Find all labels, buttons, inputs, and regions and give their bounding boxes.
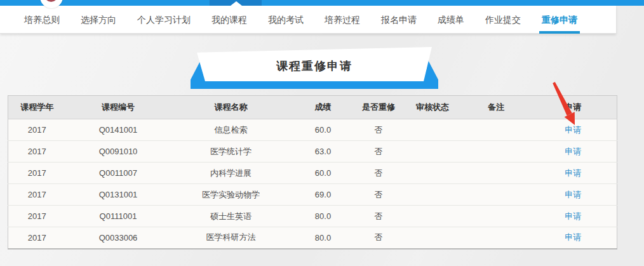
apply-link[interactable]: 申请 — [565, 211, 581, 221]
status-cell — [403, 163, 463, 184]
nav-tab-3[interactable]: 我的课程 — [211, 6, 247, 34]
retake-cell: 否 — [355, 184, 403, 206]
banner-ribbon-front: 课程重修申请 — [197, 47, 432, 81]
nav-tab-1[interactable]: 选择方向 — [81, 6, 116, 34]
apply-link[interactable]: 申请 — [565, 168, 581, 178]
year-cell: 2017 — [8, 163, 66, 184]
remark-cell — [463, 119, 530, 141]
year-cell: 2017 — [8, 141, 66, 163]
status-cell — [403, 227, 463, 249]
code-cell: Q0141001 — [66, 119, 171, 141]
status-cell — [403, 141, 463, 163]
name-cell: 医学实验动物学 — [171, 184, 292, 206]
remark-cell — [463, 227, 530, 249]
score-cell: 60.0 — [292, 163, 355, 184]
apply-link[interactable]: 申请 — [565, 190, 581, 199]
apply-cell: 申请 — [530, 227, 617, 249]
name-cell: 医学科研方法 — [171, 227, 292, 249]
col-header-7: 申请 — [530, 96, 617, 119]
table-row: 2017Q0111001硕士生英语80.0否申请 — [8, 206, 617, 227]
retake-cell: 否 — [355, 163, 403, 184]
table-row: 2017Q0011007内科学进展60.0否申请 — [8, 163, 617, 184]
nav-tab-6[interactable]: 报名申请 — [381, 6, 417, 34]
col-header-1: 课程编号 — [66, 96, 171, 119]
remark-cell — [463, 206, 530, 227]
retake-cell: 否 — [355, 206, 403, 227]
code-cell: Q0111001 — [66, 206, 171, 227]
apply-link[interactable]: 申请 — [565, 147, 581, 156]
apply-link[interactable]: 申请 — [565, 125, 581, 135]
col-header-0: 课程学年 — [8, 96, 66, 119]
nav-tab-7[interactable]: 成绩单 — [438, 6, 464, 34]
apply-cell: 申请 — [530, 206, 617, 227]
nav-tab-list: 培养总则选择方向个人学习计划我的课程我的考试培养过程报名申请成绩单作业提交重修申… — [0, 6, 616, 34]
col-header-6: 备注 — [463, 96, 530, 119]
retake-cell: 否 — [355, 141, 403, 163]
col-header-5: 审核状态 — [403, 96, 463, 119]
code-cell: Q0091010 — [66, 141, 171, 163]
table-row: 2017Q0141001信息检索60.0否申请 — [8, 119, 617, 141]
table-row: 2017Q0033006医学科研方法80.0否申请 — [8, 227, 617, 249]
status-cell — [403, 184, 463, 206]
apply-cell: 申请 — [530, 119, 617, 141]
table-row: 2017Q0131001医学实验动物学69.0否申请 — [8, 184, 617, 206]
apply-link[interactable]: 申请 — [565, 232, 581, 242]
nav-bar: 培养总则选择方向个人学习计划我的课程我的考试培养过程报名申请成绩单作业提交重修申… — [0, 6, 616, 34]
status-cell — [403, 119, 463, 141]
name-cell: 信息检索 — [171, 119, 292, 141]
caret-up-icon — [231, 1, 242, 6]
page-title-banner: 课程重修申请 — [191, 47, 438, 89]
apply-cell: 申请 — [530, 184, 617, 206]
logo-emblem-icon — [44, 0, 58, 2]
score-cell: 60.0 — [292, 119, 355, 141]
score-cell: 80.0 — [292, 206, 355, 227]
nav-tab-2[interactable]: 个人学习计划 — [137, 6, 191, 34]
year-cell: 2017 — [8, 119, 66, 141]
page-title: 课程重修申请 — [276, 55, 352, 74]
nav-tab-5[interactable]: 培养过程 — [325, 6, 360, 34]
name-cell: 内科学进展 — [171, 163, 292, 184]
col-header-3: 成绩 — [292, 96, 355, 119]
nav-tab-0[interactable]: 培养总则 — [24, 6, 60, 34]
table-row: 2017Q0091010医学统计学63.0否申请 — [8, 141, 617, 163]
nav-tab-4[interactable]: 我的考试 — [268, 6, 304, 34]
code-cell: Q0033006 — [66, 227, 171, 249]
top-blue-bar — [0, 0, 644, 6]
retake-course-table: 课程学年课程编号课程名称成绩是否重修审核状态备注申请 2017Q0141001信… — [8, 95, 617, 249]
year-cell: 2017 — [8, 206, 66, 227]
status-cell — [403, 206, 463, 227]
remark-cell — [463, 141, 530, 163]
score-cell: 80.0 — [292, 227, 355, 249]
remark-cell — [463, 184, 530, 206]
col-header-4: 是否重修 — [355, 96, 403, 119]
score-cell: 63.0 — [292, 141, 355, 163]
score-cell: 69.0 — [292, 184, 355, 206]
name-cell: 医学统计学 — [171, 141, 292, 163]
remark-cell — [463, 163, 530, 184]
name-cell: 硕士生英语 — [171, 206, 292, 227]
nav-tab-8[interactable]: 作业提交 — [485, 6, 521, 34]
code-cell: Q0131001 — [66, 184, 171, 206]
col-header-2: 课程名称 — [171, 96, 292, 119]
code-cell: Q0011007 — [66, 163, 171, 184]
retake-cell: 否 — [355, 227, 403, 249]
year-cell: 2017 — [8, 227, 66, 249]
apply-cell: 申请 — [530, 141, 617, 163]
nav-tab-9[interactable]: 重修申请 — [542, 6, 577, 34]
table-header-row: 课程学年课程编号课程名称成绩是否重修审核状态备注申请 — [8, 96, 617, 119]
year-cell: 2017 — [8, 184, 66, 206]
apply-cell: 申请 — [530, 163, 617, 184]
retake-cell: 否 — [355, 119, 403, 141]
